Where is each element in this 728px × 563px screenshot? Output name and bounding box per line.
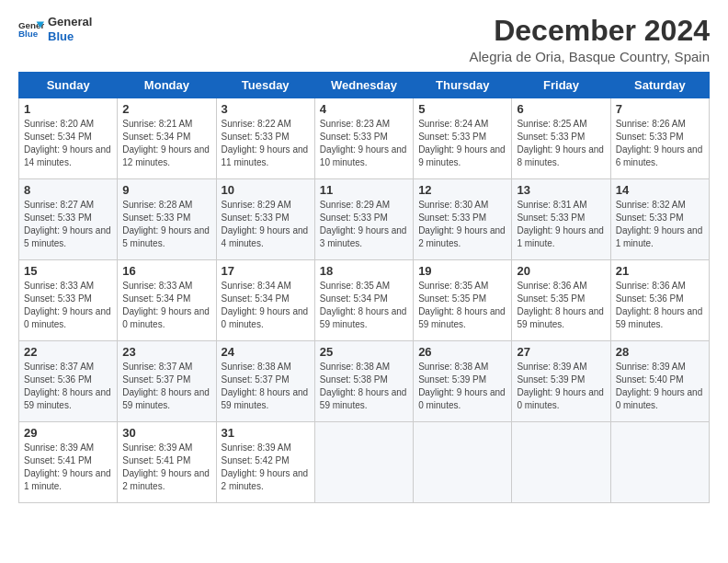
- calendar-cell: 2 Sunrise: 8:21 AMSunset: 5:34 PMDayligh…: [118, 98, 216, 179]
- calendar-cell: 7 Sunrise: 8:26 AMSunset: 5:33 PMDayligh…: [610, 98, 709, 179]
- day-detail: Sunrise: 8:24 AMSunset: 5:33 PMDaylight:…: [418, 119, 506, 167]
- calendar-cell: 25 Sunrise: 8:38 AMSunset: 5:38 PMDaylig…: [314, 341, 413, 422]
- day-detail: Sunrise: 8:29 AMSunset: 5:33 PMDaylight:…: [222, 200, 309, 248]
- day-number: 12: [418, 183, 506, 197]
- day-detail: Sunrise: 8:37 AMSunset: 5:36 PMDaylight:…: [24, 362, 111, 410]
- day-number: 16: [122, 264, 210, 278]
- day-number: 14: [616, 183, 704, 197]
- day-number: 8: [24, 183, 112, 197]
- calendar-week-5: 29 Sunrise: 8:39 AMSunset: 5:41 PMDaylig…: [19, 422, 710, 503]
- day-detail: Sunrise: 8:35 AMSunset: 5:34 PMDaylight:…: [320, 281, 407, 329]
- day-detail: Sunrise: 8:25 AMSunset: 5:33 PMDaylight:…: [517, 119, 604, 167]
- day-number: 22: [24, 345, 112, 359]
- calendar-cell: 5 Sunrise: 8:24 AMSunset: 5:33 PMDayligh…: [414, 98, 512, 179]
- logo-text: General Blue: [48, 15, 92, 43]
- day-number: 5: [418, 102, 506, 116]
- day-number: 6: [517, 102, 605, 116]
- col-monday: Monday: [118, 73, 216, 98]
- calendar-body: 1 Sunrise: 8:20 AMSunset: 5:34 PMDayligh…: [19, 98, 710, 503]
- day-detail: Sunrise: 8:31 AMSunset: 5:33 PMDaylight:…: [517, 200, 604, 248]
- day-number: 31: [222, 426, 310, 440]
- calendar-cell: 18 Sunrise: 8:35 AMSunset: 5:34 PMDaylig…: [314, 260, 413, 341]
- calendar-cell: 29 Sunrise: 8:39 AMSunset: 5:41 PMDaylig…: [19, 422, 118, 503]
- calendar-cell: 30 Sunrise: 8:39 AMSunset: 5:41 PMDaylig…: [118, 422, 216, 503]
- day-detail: Sunrise: 8:29 AMSunset: 5:33 PMDaylight:…: [320, 200, 407, 248]
- page-container: General Blue General Blue December 2024 …: [18, 15, 710, 503]
- day-detail: Sunrise: 8:37 AMSunset: 5:37 PMDaylight:…: [122, 362, 210, 410]
- calendar-cell: 6 Sunrise: 8:25 AMSunset: 5:33 PMDayligh…: [512, 98, 610, 179]
- calendar-cell: 12 Sunrise: 8:30 AMSunset: 5:33 PMDaylig…: [414, 179, 512, 260]
- calendar-week-3: 15 Sunrise: 8:33 AMSunset: 5:33 PMDaylig…: [19, 260, 710, 341]
- day-detail: Sunrise: 8:39 AMSunset: 5:39 PMDaylight:…: [517, 362, 604, 410]
- logo-line2: Blue: [48, 29, 92, 44]
- day-detail: Sunrise: 8:23 AMSunset: 5:33 PMDaylight:…: [320, 119, 407, 167]
- day-detail: Sunrise: 8:35 AMSunset: 5:35 PMDaylight:…: [418, 281, 506, 329]
- day-detail: Sunrise: 8:32 AMSunset: 5:33 PMDaylight:…: [616, 200, 703, 248]
- col-saturday: Saturday: [610, 73, 709, 98]
- day-number: 15: [24, 264, 112, 278]
- calendar-cell: [414, 422, 512, 503]
- day-detail: Sunrise: 8:39 AMSunset: 5:40 PMDaylight:…: [616, 362, 703, 410]
- day-detail: Sunrise: 8:39 AMSunset: 5:41 PMDaylight:…: [24, 442, 111, 491]
- day-number: 7: [616, 102, 704, 116]
- calendar-cell: 13 Sunrise: 8:31 AMSunset: 5:33 PMDaylig…: [512, 179, 610, 260]
- calendar-cell: 28 Sunrise: 8:39 AMSunset: 5:40 PMDaylig…: [610, 341, 709, 422]
- calendar-header: Sunday Monday Tuesday Wednesday Thursday…: [19, 73, 710, 98]
- day-detail: Sunrise: 8:38 AMSunset: 5:39 PMDaylight:…: [418, 362, 506, 410]
- col-thursday: Thursday: [414, 73, 512, 98]
- calendar-cell: 14 Sunrise: 8:32 AMSunset: 5:33 PMDaylig…: [610, 179, 709, 260]
- day-number: 13: [517, 183, 605, 197]
- day-detail: Sunrise: 8:21 AMSunset: 5:34 PMDaylight:…: [122, 119, 210, 167]
- logo-line1: General: [48, 15, 92, 29]
- day-detail: Sunrise: 8:33 AMSunset: 5:34 PMDaylight:…: [122, 281, 210, 329]
- calendar-cell: 20 Sunrise: 8:36 AMSunset: 5:35 PMDaylig…: [512, 260, 610, 341]
- day-detail: Sunrise: 8:26 AMSunset: 5:33 PMDaylight:…: [616, 119, 703, 167]
- day-number: 24: [222, 345, 310, 359]
- day-detail: Sunrise: 8:38 AMSunset: 5:38 PMDaylight:…: [320, 362, 407, 410]
- svg-text:Blue: Blue: [18, 29, 39, 39]
- calendar-table: Sunday Monday Tuesday Wednesday Thursday…: [18, 72, 710, 503]
- calendar-cell: 17 Sunrise: 8:34 AMSunset: 5:34 PMDaylig…: [216, 260, 314, 341]
- calendar-cell: 23 Sunrise: 8:37 AMSunset: 5:37 PMDaylig…: [118, 341, 216, 422]
- day-number: 26: [418, 345, 506, 359]
- calendar-cell: 11 Sunrise: 8:29 AMSunset: 5:33 PMDaylig…: [314, 179, 413, 260]
- logo-icon: General Blue: [18, 17, 44, 42]
- calendar-week-4: 22 Sunrise: 8:37 AMSunset: 5:36 PMDaylig…: [19, 341, 710, 422]
- calendar-cell: [610, 422, 709, 503]
- day-number: 9: [122, 183, 210, 197]
- day-number: 1: [24, 102, 112, 116]
- calendar-cell: 19 Sunrise: 8:35 AMSunset: 5:35 PMDaylig…: [414, 260, 512, 341]
- day-number: 19: [418, 264, 506, 278]
- day-detail: Sunrise: 8:34 AMSunset: 5:34 PMDaylight:…: [222, 281, 309, 329]
- calendar-cell: 1 Sunrise: 8:20 AMSunset: 5:34 PMDayligh…: [19, 98, 118, 179]
- logo: General Blue General Blue: [18, 15, 92, 43]
- day-number: 27: [517, 345, 605, 359]
- day-number: 28: [616, 345, 704, 359]
- calendar-cell: [314, 422, 413, 503]
- day-detail: Sunrise: 8:20 AMSunset: 5:34 PMDaylight:…: [24, 119, 111, 167]
- calendar-week-2: 8 Sunrise: 8:27 AMSunset: 5:33 PMDayligh…: [19, 179, 710, 260]
- day-number: 10: [222, 183, 310, 197]
- calendar-cell: 21 Sunrise: 8:36 AMSunset: 5:36 PMDaylig…: [610, 260, 709, 341]
- month-title: December 2024: [469, 15, 710, 47]
- calendar-cell: 10 Sunrise: 8:29 AMSunset: 5:33 PMDaylig…: [216, 179, 314, 260]
- day-number: 21: [616, 264, 704, 278]
- col-wednesday: Wednesday: [314, 73, 413, 98]
- col-tuesday: Tuesday: [216, 73, 314, 98]
- day-number: 30: [122, 426, 210, 440]
- day-number: 17: [222, 264, 310, 278]
- day-detail: Sunrise: 8:22 AMSunset: 5:33 PMDaylight:…: [222, 119, 309, 167]
- day-number: 20: [517, 264, 605, 278]
- calendar-cell: 15 Sunrise: 8:33 AMSunset: 5:33 PMDaylig…: [19, 260, 118, 341]
- day-number: 18: [320, 264, 408, 278]
- day-detail: Sunrise: 8:30 AMSunset: 5:33 PMDaylight:…: [418, 200, 506, 248]
- calendar-cell: [512, 422, 610, 503]
- day-detail: Sunrise: 8:39 AMSunset: 5:41 PMDaylight:…: [122, 442, 210, 491]
- calendar-cell: 27 Sunrise: 8:39 AMSunset: 5:39 PMDaylig…: [512, 341, 610, 422]
- day-number: 29: [24, 426, 112, 440]
- day-number: 2: [122, 102, 210, 116]
- calendar-week-1: 1 Sunrise: 8:20 AMSunset: 5:34 PMDayligh…: [19, 98, 710, 179]
- day-number: 3: [222, 102, 310, 116]
- header: General Blue General Blue December 2024 …: [18, 15, 710, 64]
- day-number: 25: [320, 345, 408, 359]
